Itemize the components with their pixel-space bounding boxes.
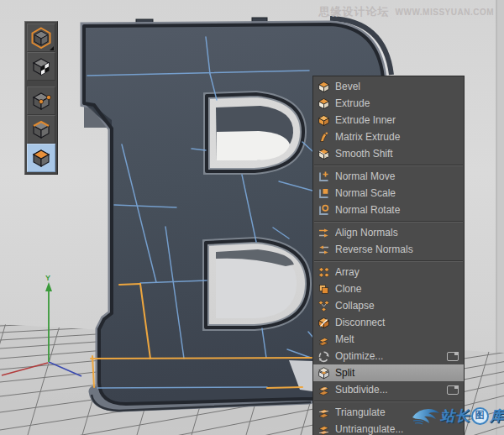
tool-point-mode[interactable] bbox=[27, 86, 55, 115]
menu-separator bbox=[313, 162, 464, 168]
triangulate-icon bbox=[318, 406, 330, 419]
logo-text: 站长图库 bbox=[440, 406, 504, 426]
subdivide-icon bbox=[318, 384, 330, 396]
split-icon bbox=[318, 367, 330, 380]
clone-icon bbox=[318, 283, 330, 296]
menu-separator bbox=[313, 398, 464, 404]
normal-rotate-icon bbox=[318, 204, 330, 217]
smooth-shift-icon bbox=[318, 148, 330, 160]
menu-item-label: Collapse bbox=[335, 300, 459, 312]
menu-item-label: Optimize... bbox=[335, 350, 442, 362]
menu-item-label: Smooth Shift bbox=[335, 148, 459, 160]
melt-icon bbox=[318, 333, 330, 346]
site-name: 思缘设计论坛 bbox=[319, 5, 390, 18]
collapse-icon bbox=[318, 300, 330, 312]
menu-item-label: Clone bbox=[335, 283, 459, 295]
lower-counter-hole bbox=[216, 249, 297, 318]
menu-item-label: Reverse Normals bbox=[335, 244, 459, 255]
options-dialog-icon[interactable] bbox=[447, 385, 459, 395]
menu-item-matrix-extrude[interactable]: Matrix Extrude bbox=[313, 128, 464, 145]
menu-item-label: Align Normals bbox=[335, 227, 459, 238]
tool-model-mode[interactable] bbox=[27, 24, 55, 52]
align-normals-icon bbox=[318, 227, 330, 239]
menu-separator bbox=[313, 258, 464, 264]
menu-item-normal-rotate[interactable]: Normal Rotate bbox=[313, 202, 464, 218]
tool-texture-mode[interactable] bbox=[27, 52, 55, 81]
menu-item-extrude[interactable]: Extrude bbox=[313, 95, 464, 112]
menu-item-label: Normal Move bbox=[335, 170, 459, 182]
menu-item-bevel[interactable]: Bevel bbox=[313, 78, 464, 95]
tool-polygon-mode[interactable] bbox=[27, 144, 55, 172]
menu-item-label: Disconnect bbox=[335, 317, 459, 328]
tool-edge-mode[interactable] bbox=[27, 115, 55, 144]
flyout-indicator bbox=[50, 46, 54, 50]
upper-counter-hole bbox=[216, 106, 293, 160]
normal-scale-icon bbox=[318, 187, 330, 200]
optimize-icon bbox=[318, 350, 330, 363]
logo-swoosh-icon bbox=[412, 406, 440, 426]
menu-item-label: Melt bbox=[335, 333, 459, 345]
menu-item-label: Normal Rotate bbox=[335, 204, 459, 216]
array-icon bbox=[318, 266, 330, 279]
menu-item-label: Array bbox=[335, 266, 459, 278]
menu-item-label: Extrude bbox=[335, 97, 459, 109]
disconnect-icon bbox=[318, 317, 330, 329]
reverse-normals-icon bbox=[318, 244, 330, 256]
menu-item-label: Split bbox=[335, 367, 459, 379]
menu-item-smooth-shift[interactable]: Smooth Shift bbox=[313, 145, 464, 162]
menu-item-disconnect[interactable]: Disconnect bbox=[313, 314, 464, 331]
extrude-inner-icon bbox=[318, 114, 330, 127]
menu-item-extrude-inner[interactable]: Extrude Inner bbox=[313, 112, 464, 128]
context-menu: BevelExtrudeExtrude InnerMatrix ExtrudeS… bbox=[312, 76, 465, 435]
menu-item-label: Bevel bbox=[335, 81, 459, 92]
menu-item-clone[interactable]: Clone bbox=[313, 280, 464, 297]
y-axis-label: Y bbox=[45, 274, 50, 282]
menu-item-label: Extrude Inner bbox=[335, 114, 459, 126]
menu-item-normal-move[interactable]: Normal Move bbox=[313, 168, 464, 185]
untriangulate-icon bbox=[318, 423, 330, 435]
matrix-extrude-icon bbox=[318, 131, 330, 144]
site-url: WWW.MISSYUAN.COM bbox=[396, 8, 494, 17]
mode-tool-palette bbox=[24, 21, 58, 175]
bevel-icon bbox=[318, 81, 330, 93]
menu-item-optimize[interactable]: Optimize... bbox=[313, 348, 464, 364]
normal-move-icon bbox=[318, 170, 330, 183]
menu-item-normal-scale[interactable]: Normal Scale bbox=[313, 185, 464, 202]
menu-item-align-normals[interactable]: Align Normals bbox=[313, 224, 464, 241]
site-watermark: 思缘设计论坛WWW.MISSYUAN.COM bbox=[319, 3, 494, 19]
viewport-window: Y bbox=[0, 0, 504, 435]
logo-watermark: 站长图库 bbox=[412, 406, 504, 426]
options-dialog-icon[interactable] bbox=[447, 352, 459, 361]
menu-item-label: Normal Scale bbox=[335, 187, 459, 199]
extrude-icon bbox=[318, 97, 330, 110]
menu-item-subdivide[interactable]: Subdivide... bbox=[313, 381, 464, 398]
menu-item-reverse-normals[interactable]: Reverse Normals bbox=[313, 241, 464, 258]
menu-item-collapse[interactable]: Collapse bbox=[313, 297, 464, 314]
menu-item-label: Matrix Extrude bbox=[335, 131, 459, 143]
menu-item-label: Subdivide... bbox=[335, 384, 442, 396]
menu-separator bbox=[313, 218, 464, 224]
menu-item-melt[interactable]: Melt bbox=[313, 331, 464, 348]
menu-item-split[interactable]: Split bbox=[313, 364, 464, 381]
menu-item-array[interactable]: Array bbox=[313, 264, 464, 280]
